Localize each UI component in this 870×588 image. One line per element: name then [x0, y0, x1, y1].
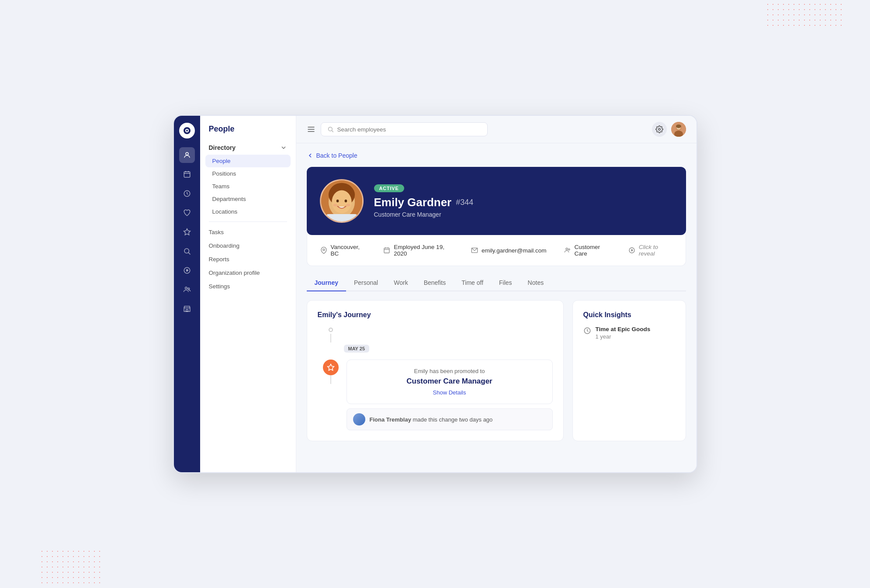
- svg-rect-4: [184, 172, 190, 177]
- main-content: Back to People: [296, 116, 697, 472]
- journey-event-card: Emily has been promoted to Customer Care…: [347, 360, 553, 404]
- nav-icon-star[interactable]: [179, 224, 195, 240]
- timeline: MAY 25: [318, 328, 553, 430]
- svg-point-3: [186, 152, 188, 155]
- profile-location: Vancouver, BC: [320, 244, 366, 257]
- journey-show-details-link[interactable]: Show Details: [356, 389, 544, 396]
- insight-time-value: 1 year: [596, 333, 651, 340]
- timeline-date-label: MAY 25: [344, 345, 370, 353]
- tab-work[interactable]: Work: [386, 275, 416, 291]
- svg-point-44: [566, 248, 568, 250]
- insight-time-label: Time at Epic Goods: [596, 326, 651, 332]
- journey-event-title: Customer Care Manager: [356, 377, 544, 386]
- svg-point-20: [328, 127, 332, 131]
- svg-point-10: [184, 249, 189, 253]
- journey-section: Emily's Journey MAY 25: [307, 300, 686, 441]
- svg-line-21: [332, 131, 333, 132]
- audit-avatar: [353, 413, 365, 425]
- nav-icon-team[interactable]: [179, 282, 195, 297]
- nav-icon-heart[interactable]: [179, 205, 195, 221]
- tab-benefits[interactable]: Benefits: [416, 275, 454, 291]
- tab-personal[interactable]: Personal: [346, 275, 386, 291]
- topbar: [296, 116, 697, 143]
- profile-department: Customer Care: [564, 244, 611, 257]
- nav-tasks[interactable]: Tasks: [200, 225, 296, 239]
- timeline-event-node: Emily has been promoted to Customer Care…: [322, 360, 553, 430]
- settings-icon-btn[interactable]: [652, 122, 667, 137]
- search-input[interactable]: [337, 126, 481, 133]
- profile-salary[interactable]: Click to reveal: [628, 244, 672, 257]
- svg-point-35: [333, 204, 337, 207]
- svg-point-27: [676, 125, 681, 128]
- svg-rect-39: [384, 248, 389, 253]
- nav-reports[interactable]: Reports: [200, 252, 296, 266]
- tab-time-off[interactable]: Time off: [454, 275, 491, 291]
- chevron-down-icon: [280, 144, 287, 151]
- insight-time-at-company: Time at Epic Goods 1 year: [583, 326, 675, 340]
- svg-point-45: [568, 249, 569, 250]
- svg-point-15: [187, 288, 189, 290]
- directory-section: Directory People Positions Teams Departm…: [200, 141, 296, 218]
- timeline-vertical-line: [330, 375, 331, 384]
- user-avatar[interactable]: [671, 122, 686, 137]
- profile-details-card: Vancouver, BC Employed June 19, 2020: [307, 235, 686, 266]
- icon-sidebar: [174, 116, 200, 472]
- nav-onboarding[interactable]: Onboarding: [200, 239, 296, 252]
- profile-employee-number: #344: [456, 198, 473, 207]
- calendar-icon: [383, 247, 390, 254]
- nav-item-departments[interactable]: Departments: [205, 193, 291, 205]
- department-icon: [564, 247, 571, 254]
- timeline-top-dot: [329, 328, 333, 332]
- tab-notes[interactable]: Notes: [520, 275, 552, 291]
- quick-insights-card: Quick Insights Time at Epic Goods 1 year: [572, 300, 686, 441]
- svg-point-2: [186, 130, 188, 131]
- profile-email: emily.gardner@mail.com: [471, 247, 547, 254]
- timeline-line-col: [322, 360, 340, 384]
- nav-icon-money[interactable]: [179, 263, 195, 278]
- employee-photo: [321, 180, 362, 221]
- svg-rect-16: [186, 310, 188, 312]
- left-nav: People Directory People Positions Teams …: [200, 116, 296, 472]
- svg-marker-9: [184, 229, 190, 235]
- nav-item-teams[interactable]: Teams: [205, 180, 291, 193]
- journey-audit-row: Fiona Tremblay made this change two days…: [347, 408, 553, 430]
- svg-marker-48: [327, 364, 334, 370]
- tab-journey[interactable]: Journey: [307, 275, 346, 291]
- journey-card-title: Emily's Journey: [318, 311, 553, 319]
- profile-avatar: [320, 179, 364, 223]
- search-bar[interactable]: [321, 122, 488, 136]
- nav-icon-clock[interactable]: [179, 186, 195, 201]
- left-nav-title: People: [200, 125, 296, 141]
- nav-item-people[interactable]: People: [205, 155, 291, 167]
- nav-divider: [209, 221, 287, 222]
- nav-item-positions[interactable]: Positions: [205, 167, 291, 180]
- nav-settings[interactable]: Settings: [200, 280, 296, 293]
- quick-insights-title: Quick Insights: [583, 311, 675, 319]
- nav-org-profile[interactable]: Organization profile: [200, 266, 296, 280]
- svg-line-11: [188, 252, 190, 254]
- topbar-icons: [652, 122, 686, 137]
- nav-icon-store[interactable]: [179, 301, 195, 317]
- directory-header[interactable]: Directory: [205, 141, 291, 155]
- nav-item-locations[interactable]: Locations: [205, 205, 291, 218]
- app-logo[interactable]: [179, 123, 195, 138]
- profile-employed-date: Employed June 19, 2020: [383, 244, 454, 257]
- gear-icon: [655, 125, 663, 133]
- svg-rect-37: [325, 214, 358, 221]
- profile-header-card: ACTIVE Emily Gardner #344 Customer Care …: [307, 167, 686, 235]
- timeline-event-content: Emily has been promoted to Customer Care…: [347, 360, 553, 430]
- profile-name: Emily Gardner #344: [374, 196, 673, 209]
- svg-point-34: [344, 200, 347, 203]
- svg-point-32: [332, 190, 351, 214]
- tab-files[interactable]: Files: [491, 275, 520, 291]
- nav-icon-people[interactable]: [179, 147, 195, 163]
- timeline-event-circle: [323, 360, 339, 375]
- content-area: Back to People: [296, 143, 697, 472]
- profile-job-title: Customer Care Manager: [374, 211, 673, 218]
- back-to-people-link[interactable]: Back to People: [307, 152, 686, 159]
- nav-icon-calendar[interactable]: [179, 166, 195, 182]
- location-icon: [320, 247, 327, 254]
- svg-point-36: [346, 204, 350, 207]
- menu-icon[interactable]: [307, 125, 315, 134]
- nav-icon-search[interactable]: [179, 243, 195, 259]
